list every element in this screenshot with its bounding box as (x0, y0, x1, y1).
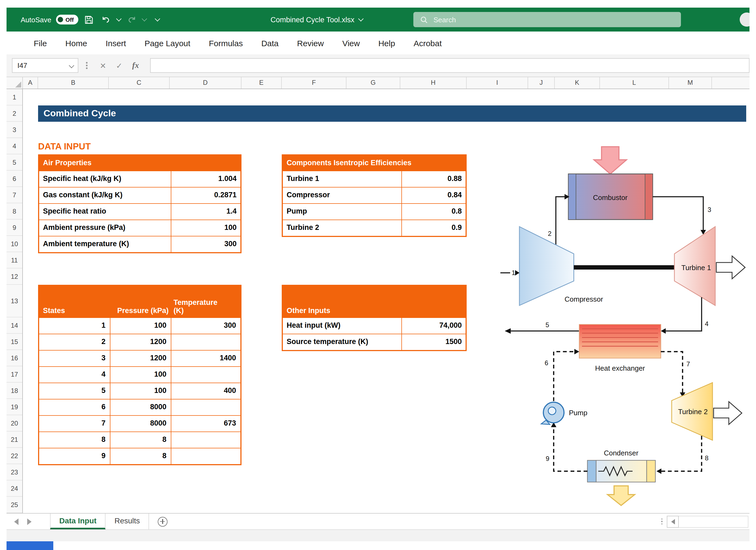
state-temperature[interactable]: 400 (171, 383, 240, 399)
row-header-14[interactable]: 14 (7, 317, 22, 334)
state-pressure[interactable]: 8000 (110, 399, 171, 415)
column-header-h[interactable]: H (400, 77, 467, 89)
tab-help[interactable]: Help (369, 38, 404, 48)
column-header-b[interactable]: B (38, 77, 109, 89)
state-temperature[interactable] (171, 448, 240, 464)
air-property-value[interactable]: 300 (171, 237, 240, 252)
row-header-13[interactable]: 13 (7, 285, 22, 317)
column-header-j[interactable]: J (528, 77, 555, 89)
air-property-label[interactable]: Ambient pressure (kPa) (39, 220, 171, 236)
efficiencies-header[interactable]: Components Isentropic Efficiencies (283, 156, 466, 171)
row-header-21[interactable]: 21 (7, 431, 22, 448)
row-header-3[interactable]: 3 (7, 122, 22, 138)
horizontal-scrollbar[interactable] (661, 515, 748, 527)
state-pressure[interactable]: 8 (110, 432, 171, 448)
tab-home[interactable]: Home (56, 38, 96, 48)
state-temperature[interactable] (171, 334, 240, 350)
tab-file[interactable]: File (24, 38, 56, 48)
column-header-n[interactable]: N (712, 77, 749, 89)
row-header-12[interactable]: 12 (7, 269, 22, 285)
window-title[interactable]: Combined Cycle Tool.xlsx (240, 8, 393, 32)
air-property-value[interactable]: 0.2871 (171, 188, 240, 203)
column-header-a[interactable]: A (23, 77, 38, 89)
customize-toolbar-icon[interactable] (154, 16, 160, 21)
other-input-label[interactable]: Source temperature (K) (283, 334, 401, 350)
column-header-d[interactable]: D (170, 77, 241, 89)
column-header-i[interactable]: I (467, 77, 528, 89)
row-header-23[interactable]: 23 (7, 464, 22, 480)
state-number[interactable]: 4 (39, 367, 110, 383)
states-header[interactable]: States Pressure (kPa) Temperature (K) (39, 286, 240, 317)
section-heading[interactable]: DATA INPUT (38, 138, 91, 154)
column-header-l[interactable]: L (600, 77, 669, 89)
row-header-24[interactable]: 24 (7, 480, 22, 497)
state-number[interactable]: 1 (39, 318, 110, 334)
efficiency-value[interactable]: 0.84 (401, 188, 466, 203)
state-number[interactable]: 3 (39, 350, 110, 366)
tab-data[interactable]: Data (252, 38, 288, 48)
avatar[interactable] (740, 13, 749, 27)
column-header-e[interactable]: E (241, 77, 282, 89)
other-inputs-header[interactable]: Other Inputs (283, 286, 466, 317)
undo-icon[interactable] (100, 13, 112, 27)
state-number[interactable]: 6 (39, 399, 110, 415)
efficiency-label[interactable]: Pump (283, 204, 401, 220)
state-temperature[interactable] (171, 399, 240, 415)
air-property-label[interactable]: Gas constant (kJ/kg K) (39, 188, 171, 203)
state-temperature[interactable] (171, 367, 240, 383)
enter-icon[interactable]: ✓ (116, 61, 122, 70)
efficiency-label[interactable]: Compressor (283, 188, 401, 203)
row-header-19[interactable]: 19 (7, 399, 22, 415)
row-header-11[interactable]: 11 (7, 252, 22, 269)
column-header-f[interactable]: F (282, 77, 346, 89)
undo-dropdown-icon[interactable] (116, 16, 121, 21)
air-property-label[interactable]: Ambient temperature (K) (39, 237, 171, 252)
row-header-17[interactable]: 17 (7, 366, 22, 383)
state-temperature[interactable]: 1400 (171, 350, 240, 366)
row-header-25[interactable]: 25 (7, 497, 22, 513)
state-number[interactable]: 2 (39, 334, 110, 350)
air-property-value[interactable]: 100 (171, 220, 240, 236)
row-header-9[interactable]: 9 (7, 220, 22, 236)
row-header-5[interactable]: 5 (7, 154, 22, 171)
row-header-20[interactable]: 20 (7, 415, 22, 431)
state-pressure[interactable]: 8000 (110, 416, 171, 431)
state-number[interactable]: 5 (39, 383, 110, 399)
row-header-16[interactable]: 16 (7, 350, 22, 366)
state-temperature[interactable]: 673 (171, 416, 240, 431)
tab-insert[interactable]: Insert (96, 38, 135, 48)
column-header-g[interactable]: G (346, 77, 400, 89)
row-header-7[interactable]: 7 (7, 187, 22, 203)
state-pressure[interactable]: 8 (110, 448, 171, 464)
column-header-k[interactable]: K (555, 77, 600, 89)
formula-input[interactable] (150, 58, 749, 73)
name-box[interactable]: I47 (12, 58, 78, 73)
row-header-6[interactable]: 6 (7, 171, 22, 187)
other-input-value[interactable]: 74,000 (401, 318, 466, 334)
row-header-2[interactable]: 2 (7, 105, 22, 122)
redo-icon[interactable] (125, 13, 137, 27)
scrollbar-grip-icon[interactable] (661, 518, 662, 525)
row-header-8[interactable]: 8 (7, 203, 22, 220)
other-input-value[interactable]: 1500 (401, 334, 466, 350)
autosave-toggle[interactable]: Off (56, 15, 78, 24)
row-header-22[interactable]: 22 (7, 448, 22, 464)
air-property-label[interactable]: Specific heat (kJ/kg K) (39, 171, 171, 187)
insert-function-icon[interactable]: fx (132, 61, 139, 70)
row-header-4[interactable]: 4 (7, 138, 22, 154)
tab-scroll-left-icon[interactable] (14, 518, 18, 525)
state-pressure[interactable]: 100 (110, 318, 171, 334)
air-properties-header[interactable]: Air Properties (39, 156, 240, 171)
row-header-1[interactable]: 1 (7, 89, 22, 105)
row-header-10[interactable]: 10 (7, 236, 22, 252)
tab-view[interactable]: View (333, 38, 369, 48)
row-header-18[interactable]: 18 (7, 383, 22, 399)
scroll-left-button[interactable] (667, 515, 679, 527)
scrollbar-track[interactable] (679, 515, 748, 527)
search-box[interactable]: Search (413, 12, 681, 27)
new-sheet-icon[interactable] (158, 517, 168, 526)
state-pressure[interactable]: 1200 (110, 350, 171, 366)
state-pressure[interactable]: 1200 (110, 334, 171, 350)
column-header-c[interactable]: C (109, 77, 170, 89)
state-temperature[interactable]: 300 (171, 318, 240, 334)
